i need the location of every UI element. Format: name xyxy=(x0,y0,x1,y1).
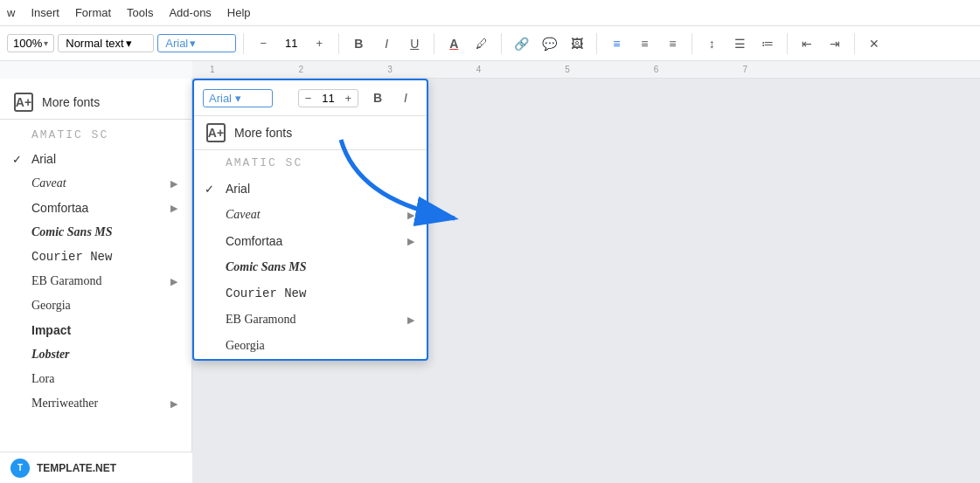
numbered-list-button[interactable]: ≔ xyxy=(755,31,780,56)
dropdown-font-caveat[interactable]: Caveat ▶ xyxy=(194,202,427,228)
dropdown-decrease[interactable]: − xyxy=(302,92,315,105)
line-spacing-button[interactable]: ↕ xyxy=(699,31,724,56)
dropdown-more-fonts-icon: A+ xyxy=(206,123,226,142)
list-button[interactable]: ☰ xyxy=(727,31,752,56)
toolbar: 100% ▾ Normal text ▾ Arial ▾ − 11 + B I … xyxy=(0,26,980,61)
sidebar-font-amatic[interactable]: Amatic SC xyxy=(0,123,191,147)
font-arrow: ▾ xyxy=(190,37,196,50)
menu-item-insert[interactable]: Insert xyxy=(31,6,59,19)
font-selector[interactable]: Arial ▾ xyxy=(157,34,236,52)
separator-8 xyxy=(854,33,855,54)
separator-4 xyxy=(501,33,502,54)
font-name-comic: Comic Sans MS xyxy=(31,225,113,239)
align-right-button[interactable]: ≡ xyxy=(660,31,685,56)
font-name-impact: Impact xyxy=(31,323,71,337)
dropdown-font-value: Arial xyxy=(209,92,232,105)
align-left-button[interactable]: ≡ xyxy=(604,31,629,56)
font-name-amatic: Amatic SC xyxy=(31,128,108,141)
menu-bar: w Insert Format Tools Add-ons Help xyxy=(0,0,980,26)
font-check-arial: ✓ xyxy=(12,153,22,166)
menu-item-w[interactable]: w xyxy=(7,6,15,19)
clear-format-button[interactable]: ✕ xyxy=(862,31,886,56)
dropdown-font-eb[interactable]: EB Garamond ▶ xyxy=(194,307,427,333)
dropdown-name-arial: Arial xyxy=(226,182,250,196)
dropdown-increase[interactable]: + xyxy=(342,92,354,105)
separator-7 xyxy=(787,33,788,54)
dropdown-italic[interactable]: I xyxy=(393,86,418,110)
sidebar-font-caveat[interactable]: Caveat ▶ xyxy=(0,171,191,196)
align-center-button[interactable]: ≡ xyxy=(632,31,657,56)
ruler-mark-7: 7 xyxy=(742,65,747,74)
dropdown-font-comic[interactable]: Comic Sans MS xyxy=(194,254,427,280)
dropdown-font-arrow: ▾ xyxy=(235,92,241,105)
dropdown-name-amatic: AMATIC SC xyxy=(226,156,302,169)
font-color-button[interactable]: A xyxy=(441,31,466,56)
dropdown-arrow-caveat: ▶ xyxy=(407,210,414,221)
bold-button[interactable]: B xyxy=(346,31,371,56)
font-size-value[interactable]: 11 xyxy=(279,37,303,50)
dropdown-name-comic: Comic Sans MS xyxy=(226,260,307,274)
font-arrow-caveat: ▶ xyxy=(170,178,177,190)
sidebar-font-georgia[interactable]: Georgia xyxy=(0,293,191,318)
dropdown-font-comfortaa[interactable]: Comfortaa ▶ xyxy=(194,228,427,254)
dropdown-more-fonts[interactable]: A+ More fonts xyxy=(194,116,427,150)
dropdown-more-fonts-label: More fonts xyxy=(234,126,292,140)
sidebar-font-arial[interactable]: ✓ Arial xyxy=(0,147,191,171)
menu-item-addons[interactable]: Add-ons xyxy=(169,6,211,19)
menu-item-help[interactable]: Help xyxy=(227,6,251,19)
separator-3 xyxy=(434,33,434,54)
ruler-mark-6: 6 xyxy=(654,65,659,74)
dropdown-arrow-comfortaa: ▶ xyxy=(407,236,414,247)
dropdown-font-georgia[interactable]: Georgia xyxy=(194,333,427,359)
menu-item-format[interactable]: Format xyxy=(75,6,111,19)
sidebar-font-impact[interactable]: Impact xyxy=(0,318,191,342)
font-arrow-comfortaa: ▶ xyxy=(170,203,177,214)
dropdown-toolbar: Arial ▾ − 11 + B I xyxy=(194,80,427,116)
dropdown-font-selector[interactable]: Arial ▾ xyxy=(203,89,273,107)
template-logo: T xyxy=(10,459,30,478)
font-size-increase[interactable]: + xyxy=(307,31,331,56)
indent-less-button[interactable]: ⇤ xyxy=(795,31,819,56)
sidebar-font-comic[interactable]: Comic Sans MS xyxy=(0,220,191,245)
main-content: A+ More fonts Amatic SC ✓ Arial Caveat ▶… xyxy=(0,79,980,483)
dropdown-size-value[interactable]: 11 xyxy=(316,92,340,105)
style-selector[interactable]: Normal text ▾ xyxy=(58,34,154,52)
dropdown-font-arial[interactable]: ✓ Arial xyxy=(194,176,427,202)
more-fonts-label: More fonts xyxy=(42,95,100,109)
font-name-caveat: Caveat xyxy=(31,176,66,190)
sidebar-font-eb[interactable]: EB Garamond ▶ xyxy=(0,269,191,293)
font-name-lobster: Lobster xyxy=(31,348,70,362)
font-name-lora: Lora xyxy=(31,372,54,386)
sidebar-font-merri[interactable]: Merriweather ▶ xyxy=(0,391,191,416)
dropdown-bold[interactable]: B xyxy=(365,86,390,110)
comment-button[interactable]: 💬 xyxy=(537,31,561,56)
font-name-courier: Courier New xyxy=(31,250,112,264)
font-size-decrease[interactable]: − xyxy=(251,31,275,56)
separator-6 xyxy=(692,33,692,54)
brand-name: TEMPLATE.NET xyxy=(37,462,116,474)
bottom-bar: T TEMPLATE.NET xyxy=(0,452,192,483)
indent-more-button[interactable]: ⇥ xyxy=(823,31,847,56)
dropdown-font-amatic[interactable]: AMATIC SC xyxy=(194,150,427,176)
zoom-arrow: ▾ xyxy=(44,38,48,48)
dropdown-name-eb: EB Garamond xyxy=(226,313,295,327)
sidebar-font-lora[interactable]: Lora xyxy=(0,367,191,391)
sidebar-font-comfortaa[interactable]: Comfortaa ▶ xyxy=(0,196,191,220)
italic-button[interactable]: I xyxy=(374,31,399,56)
sidebar-more-fonts[interactable]: A+ More fonts xyxy=(0,86,191,120)
font-arrow-merri: ▶ xyxy=(170,398,177,410)
menu-item-tools[interactable]: Tools xyxy=(127,6,153,19)
ruler-mark-4: 4 xyxy=(476,65,482,74)
sidebar-font-courier[interactable]: Courier New xyxy=(0,245,191,269)
zoom-selector[interactable]: 100% ▾ xyxy=(7,34,54,52)
dropdown-font-courier[interactable]: Courier New xyxy=(194,280,427,307)
link-button[interactable]: 🔗 xyxy=(509,31,533,56)
font-dropdown-overlay: Arial ▾ − 11 + B I A+ More fonts AMATIC … xyxy=(192,79,428,361)
separator-1 xyxy=(243,33,244,54)
highlight-button[interactable]: 🖊 xyxy=(469,31,494,56)
underline-button[interactable]: U xyxy=(402,31,427,56)
dropdown-name-comfortaa: Comfortaa xyxy=(226,234,282,248)
image-button[interactable]: 🖼 xyxy=(565,31,589,56)
ruler-mark-5: 5 xyxy=(565,65,570,74)
sidebar-font-lobster[interactable]: Lobster xyxy=(0,342,191,367)
